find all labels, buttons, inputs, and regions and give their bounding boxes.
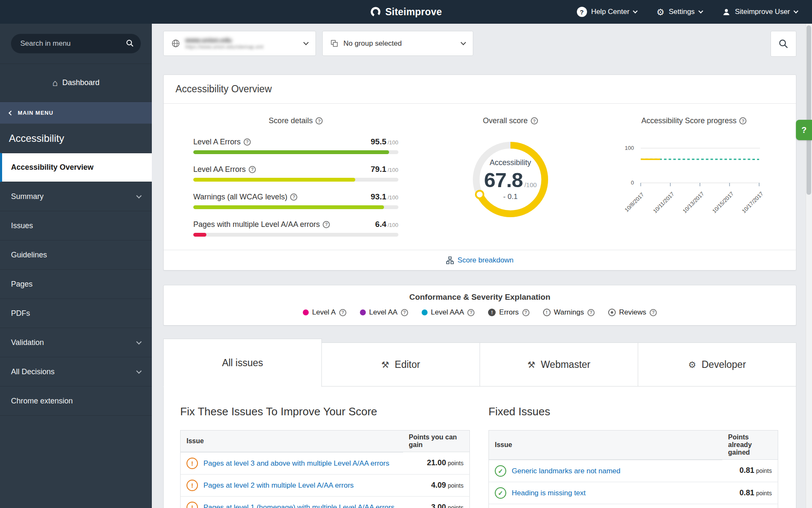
- warning-icon: !: [543, 309, 551, 316]
- tab-developer[interactable]: ⚙ Developer: [638, 342, 796, 387]
- search-icon: [778, 39, 789, 49]
- nav-label: Summary: [11, 192, 44, 201]
- group-selector[interactable]: No group selected: [322, 31, 473, 56]
- points-suffix: points: [448, 504, 464, 508]
- sidebar-item-pages[interactable]: Pages: [0, 270, 152, 299]
- help-icon[interactable]: ?: [650, 309, 657, 316]
- main-content: www.union.edu https://www.union.edu/site…: [152, 24, 806, 508]
- sidebar-item-guidelines[interactable]: Guidelines: [0, 240, 152, 270]
- menu-search-input[interactable]: [11, 34, 141, 53]
- overall-score-max: /100: [524, 181, 537, 188]
- score-detail-row: Level A Errors ? 95.5/100: [193, 137, 398, 154]
- search-button[interactable]: [771, 31, 796, 57]
- score-max: /100: [387, 194, 398, 201]
- help-flag-button[interactable]: ?: [796, 120, 812, 140]
- score-value: 93.1: [371, 192, 387, 201]
- score-progress-section: Accessibility Score progress ? 100 0: [602, 116, 786, 248]
- score-bar: [193, 205, 398, 209]
- score-detail-row: Level AA Errors ? 79.1/100: [193, 165, 398, 182]
- user-menu[interactable]: Siteimprove User: [722, 8, 798, 17]
- help-icon[interactable]: ?: [467, 309, 475, 316]
- scrollbar-track[interactable]: [806, 24, 812, 508]
- issue-link[interactable]: Pages at level 3 and above with multiple…: [203, 459, 389, 468]
- sidebar-nav: Accessibility Overview Summary Issues Gu…: [0, 153, 152, 416]
- tab-label: Editor: [395, 359, 420, 370]
- score-breakdown-link[interactable]: Score breakdown: [458, 256, 513, 265]
- help-icon[interactable]: ?: [531, 117, 538, 124]
- score-max: /100: [387, 139, 398, 146]
- score-max: /100: [387, 222, 398, 228]
- group-selector-label: No group selected: [343, 39, 402, 48]
- settings-menu[interactable]: ⚙ Settings: [656, 8, 702, 17]
- sidebar-item-accessibility-overview[interactable]: Accessibility Overview: [0, 153, 152, 182]
- fixed-issues-section: Fixed Issues Issue Points already gained…: [488, 400, 778, 508]
- check-icon: ✓: [495, 487, 506, 499]
- nav-label: All Decisions: [11, 367, 55, 376]
- settings-label: Settings: [669, 8, 694, 16]
- legend-label: Errors: [499, 308, 518, 317]
- sidebar-item-summary[interactable]: Summary: [0, 182, 152, 211]
- site-selector[interactable]: www.union.edu https://www.union.edu/site…: [163, 31, 316, 56]
- main-menu-back[interactable]: MAIN MENU: [0, 102, 152, 124]
- help-icon[interactable]: ?: [339, 309, 346, 316]
- issue-link[interactable]: Heading is missing text: [512, 489, 586, 497]
- help-icon[interactable]: ?: [401, 309, 408, 316]
- legend-label: Level AA: [369, 308, 398, 317]
- x-tick-label: 10/11/2017: [652, 191, 675, 214]
- sidebar-section-title: Accessibility: [0, 124, 152, 153]
- overall-score-title: Overall score: [483, 116, 528, 125]
- nav-label: Accessibility Overview: [11, 163, 93, 172]
- sidebar-item-dashboard[interactable]: ⌂ Dashboard: [0, 64, 152, 102]
- tab-label: Developer: [702, 359, 746, 370]
- overall-score-gauge: Accessibility 67.8/100 - 0.1: [468, 137, 553, 222]
- column-header-issue: Issue: [181, 431, 403, 452]
- score-bar: [193, 150, 398, 154]
- table-row: ! Pages at level 2 with multiple Level A…: [181, 474, 470, 496]
- gear-icon: ⚙: [656, 8, 664, 17]
- help-center-menu[interactable]: ? Help Center: [577, 7, 637, 17]
- issue-link[interactable]: Pages at level 1 (homepage) with multipl…: [203, 503, 395, 508]
- sidebar-item-validation[interactable]: Validation: [0, 328, 152, 357]
- legend-label: Level A: [312, 308, 336, 317]
- nav-label: Validation: [11, 338, 44, 347]
- issue-link[interactable]: Generic landmarks are not named: [512, 467, 620, 475]
- tab-label: Webmaster: [541, 359, 590, 370]
- y-axis-max: 100: [622, 145, 634, 151]
- score-progress-title: Accessibility Score progress: [641, 116, 736, 125]
- gear-icon: ⚙: [688, 360, 696, 369]
- points-suffix: points: [756, 490, 772, 497]
- help-icon[interactable]: ?: [315, 117, 323, 124]
- sidebar-item-all-decisions[interactable]: All Decisions: [0, 357, 152, 387]
- selected-site-url: https://www.union.edu/sitemap.xml: [185, 44, 263, 50]
- help-icon[interactable]: ?: [244, 138, 251, 146]
- tab-webmaster[interactable]: ⚒ Webmaster: [480, 342, 638, 387]
- sidebar-item-pdfs[interactable]: PDFs: [0, 299, 152, 328]
- issue-link[interactable]: Pages at level 2 with multiple Level A/A…: [203, 481, 354, 490]
- tab-editor[interactable]: ⚒ Editor: [321, 342, 480, 387]
- nav-label: Guidelines: [11, 251, 47, 260]
- points-value: 0.81: [740, 489, 754, 497]
- exclamation-icon: !: [187, 502, 198, 508]
- help-icon[interactable]: ?: [323, 221, 330, 228]
- chevron-down-icon: [461, 40, 466, 45]
- selected-site-name: www.union.edu: [185, 36, 263, 44]
- check-icon: ✓: [495, 465, 506, 477]
- tab-all-issues[interactable]: All issues: [163, 339, 322, 387]
- score-max: /100: [387, 167, 398, 173]
- help-icon[interactable]: ?: [522, 309, 529, 316]
- fixed-issues-title: Fixed Issues: [488, 405, 778, 418]
- legend-label: Reviews: [619, 308, 646, 317]
- score-progress-chart: 100 0 10/8/2017 10/11/2017: [622, 137, 766, 218]
- search-icon: [126, 39, 134, 49]
- sidebar-item-issues[interactable]: Issues: [0, 211, 152, 240]
- column-header-points: Points already gained: [722, 431, 778, 460]
- help-icon[interactable]: ?: [290, 193, 297, 201]
- help-icon[interactable]: ?: [739, 117, 746, 124]
- sidebar-item-chrome-extension[interactable]: Chrome extension: [0, 387, 152, 416]
- x-tick-label: 10/17/2017: [741, 191, 763, 214]
- score-detail-row: Pages with multiple Level A/AA errors ? …: [193, 220, 398, 237]
- help-icon[interactable]: ?: [249, 166, 256, 173]
- help-icon[interactable]: ?: [587, 309, 595, 316]
- scrollbar-thumb[interactable]: [807, 25, 811, 195]
- topbar-menu: ? Help Center ⚙ Settings Siteimprove Use…: [577, 0, 798, 24]
